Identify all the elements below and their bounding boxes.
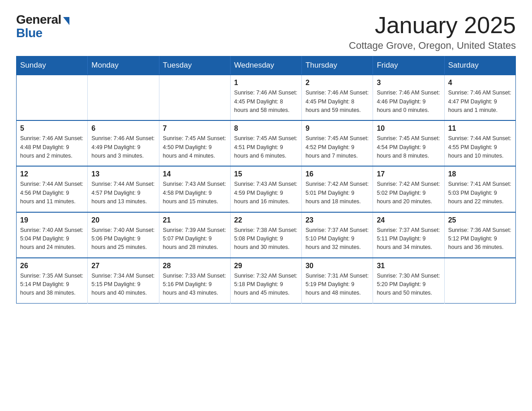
header: General Blue January 2025 Cottage Grove,… xyxy=(0,0,532,56)
calendar-cell xyxy=(17,75,88,120)
day-sun-info: Sunrise: 7:36 AM Sunset: 5:12 PM Dayligh… xyxy=(448,226,512,252)
calendar-cell: 12Sunrise: 7:44 AM Sunset: 4:56 PM Dayli… xyxy=(17,166,88,212)
calendar-cell: 7Sunrise: 7:45 AM Sunset: 4:50 PM Daylig… xyxy=(159,120,230,166)
calendar-cell: 17Sunrise: 7:42 AM Sunset: 5:02 PM Dayli… xyxy=(373,166,444,212)
day-sun-info: Sunrise: 7:46 AM Sunset: 4:47 PM Dayligh… xyxy=(448,89,512,115)
day-of-week-header: Sunday xyxy=(17,56,88,75)
day-number: 16 xyxy=(305,170,369,178)
calendar-cell: 22Sunrise: 7:38 AM Sunset: 5:08 PM Dayli… xyxy=(230,212,301,258)
day-number: 30 xyxy=(305,262,369,270)
calendar-cell: 25Sunrise: 7:36 AM Sunset: 5:12 PM Dayli… xyxy=(444,212,515,258)
day-of-week-header: Tuesday xyxy=(159,56,230,75)
calendar-cell: 18Sunrise: 7:41 AM Sunset: 5:03 PM Dayli… xyxy=(444,166,515,212)
day-sun-info: Sunrise: 7:45 AM Sunset: 4:54 PM Dayligh… xyxy=(377,134,440,160)
day-number: 2 xyxy=(305,79,369,87)
day-sun-info: Sunrise: 7:45 AM Sunset: 4:50 PM Dayligh… xyxy=(163,134,227,160)
day-sun-info: Sunrise: 7:46 AM Sunset: 4:49 PM Dayligh… xyxy=(91,134,155,160)
location-text: Cottage Grove, Oregon, United States xyxy=(349,40,516,51)
calendar-wrapper: SundayMondayTuesdayWednesdayThursdayFrid… xyxy=(0,56,532,314)
day-sun-info: Sunrise: 7:46 AM Sunset: 4:45 PM Dayligh… xyxy=(234,89,298,115)
calendar-cell: 9Sunrise: 7:45 AM Sunset: 4:52 PM Daylig… xyxy=(302,120,373,166)
day-number: 8 xyxy=(234,124,298,133)
day-sun-info: Sunrise: 7:38 AM Sunset: 5:08 PM Dayligh… xyxy=(234,226,298,252)
logo-arrow-icon xyxy=(63,17,69,25)
day-of-week-header: Friday xyxy=(373,56,444,75)
calendar-cell: 15Sunrise: 7:43 AM Sunset: 4:59 PM Dayli… xyxy=(230,166,301,212)
day-number: 7 xyxy=(163,124,227,133)
day-number: 12 xyxy=(20,170,84,178)
day-sun-info: Sunrise: 7:41 AM Sunset: 5:03 PM Dayligh… xyxy=(448,180,512,206)
day-number: 26 xyxy=(20,262,84,270)
day-number: 14 xyxy=(163,170,227,178)
day-number: 9 xyxy=(305,124,369,133)
calendar-cell: 31Sunrise: 7:30 AM Sunset: 5:20 PM Dayli… xyxy=(373,258,444,304)
calendar-cell: 10Sunrise: 7:45 AM Sunset: 4:54 PM Dayli… xyxy=(373,120,444,166)
calendar-week-row: 19Sunrise: 7:40 AM Sunset: 5:04 PM Dayli… xyxy=(17,212,516,258)
calendar-table: SundayMondayTuesdayWednesdayThursdayFrid… xyxy=(16,56,516,304)
calendar-week-row: 12Sunrise: 7:44 AM Sunset: 4:56 PM Dayli… xyxy=(17,166,516,212)
day-sun-info: Sunrise: 7:37 AM Sunset: 5:11 PM Dayligh… xyxy=(377,226,440,252)
day-number: 27 xyxy=(91,262,155,270)
day-number: 25 xyxy=(448,216,512,224)
calendar-cell: 8Sunrise: 7:45 AM Sunset: 4:51 PM Daylig… xyxy=(230,120,301,166)
day-sun-info: Sunrise: 7:45 AM Sunset: 4:51 PM Dayligh… xyxy=(234,134,298,160)
day-sun-info: Sunrise: 7:42 AM Sunset: 5:01 PM Dayligh… xyxy=(305,180,369,206)
title-block: January 2025 Cottage Grove, Oregon, Unit… xyxy=(349,13,516,51)
day-sun-info: Sunrise: 7:44 AM Sunset: 4:57 PM Dayligh… xyxy=(91,180,155,206)
calendar-week-row: 26Sunrise: 7:35 AM Sunset: 5:14 PM Dayli… xyxy=(17,258,516,304)
day-number: 18 xyxy=(448,170,512,178)
day-sun-info: Sunrise: 7:43 AM Sunset: 4:58 PM Dayligh… xyxy=(163,180,227,206)
calendar-week-row: 1Sunrise: 7:46 AM Sunset: 4:45 PM Daylig… xyxy=(17,75,516,120)
day-sun-info: Sunrise: 7:42 AM Sunset: 5:02 PM Dayligh… xyxy=(377,180,440,206)
calendar-cell: 23Sunrise: 7:37 AM Sunset: 5:10 PM Dayli… xyxy=(302,212,373,258)
day-number: 15 xyxy=(234,170,298,178)
day-number: 24 xyxy=(377,216,440,224)
day-number: 11 xyxy=(448,124,512,133)
day-number: 5 xyxy=(20,124,84,133)
calendar-cell: 26Sunrise: 7:35 AM Sunset: 5:14 PM Dayli… xyxy=(17,258,88,304)
calendar-cell: 20Sunrise: 7:40 AM Sunset: 5:06 PM Dayli… xyxy=(88,212,159,258)
calendar-cell xyxy=(159,75,230,120)
logo-general-text: General xyxy=(16,13,61,27)
day-sun-info: Sunrise: 7:40 AM Sunset: 5:06 PM Dayligh… xyxy=(91,226,155,252)
day-sun-info: Sunrise: 7:34 AM Sunset: 5:15 PM Dayligh… xyxy=(91,272,155,298)
day-sun-info: Sunrise: 7:44 AM Sunset: 4:55 PM Dayligh… xyxy=(448,134,512,160)
day-number: 20 xyxy=(91,216,155,224)
day-number: 19 xyxy=(20,216,84,224)
day-number: 31 xyxy=(377,262,440,270)
calendar-cell: 27Sunrise: 7:34 AM Sunset: 5:15 PM Dayli… xyxy=(88,258,159,304)
day-of-week-header: Thursday xyxy=(302,56,373,75)
calendar-cell xyxy=(444,258,515,304)
day-sun-info: Sunrise: 7:40 AM Sunset: 5:04 PM Dayligh… xyxy=(20,226,84,252)
day-sun-info: Sunrise: 7:35 AM Sunset: 5:14 PM Dayligh… xyxy=(20,272,84,298)
calendar-cell: 28Sunrise: 7:33 AM Sunset: 5:16 PM Dayli… xyxy=(159,258,230,304)
day-number: 21 xyxy=(163,216,227,224)
calendar-cell: 21Sunrise: 7:39 AM Sunset: 5:07 PM Dayli… xyxy=(159,212,230,258)
day-sun-info: Sunrise: 7:33 AM Sunset: 5:16 PM Dayligh… xyxy=(163,272,227,298)
calendar-cell: 13Sunrise: 7:44 AM Sunset: 4:57 PM Dayli… xyxy=(88,166,159,212)
day-sun-info: Sunrise: 7:32 AM Sunset: 5:18 PM Dayligh… xyxy=(234,272,298,298)
day-number: 4 xyxy=(448,79,512,87)
calendar-cell: 24Sunrise: 7:37 AM Sunset: 5:11 PM Dayli… xyxy=(373,212,444,258)
day-of-week-header: Monday xyxy=(88,56,159,75)
logo-blue-text: Blue xyxy=(16,26,43,40)
day-number: 13 xyxy=(91,170,155,178)
day-sun-info: Sunrise: 7:44 AM Sunset: 4:56 PM Dayligh… xyxy=(20,180,84,206)
calendar-cell: 14Sunrise: 7:43 AM Sunset: 4:58 PM Dayli… xyxy=(159,166,230,212)
day-number: 3 xyxy=(377,79,440,87)
calendar-cell: 11Sunrise: 7:44 AM Sunset: 4:55 PM Dayli… xyxy=(444,120,515,166)
day-sun-info: Sunrise: 7:37 AM Sunset: 5:10 PM Dayligh… xyxy=(305,226,369,252)
day-sun-info: Sunrise: 7:46 AM Sunset: 4:46 PM Dayligh… xyxy=(377,89,440,115)
day-number: 23 xyxy=(305,216,369,224)
calendar-cell: 3Sunrise: 7:46 AM Sunset: 4:46 PM Daylig… xyxy=(373,75,444,120)
day-sun-info: Sunrise: 7:31 AM Sunset: 5:19 PM Dayligh… xyxy=(305,272,369,298)
calendar-header-row: SundayMondayTuesdayWednesdayThursdayFrid… xyxy=(17,56,516,75)
day-number: 22 xyxy=(234,216,298,224)
day-number: 28 xyxy=(163,262,227,270)
day-sun-info: Sunrise: 7:43 AM Sunset: 4:59 PM Dayligh… xyxy=(234,180,298,206)
calendar-week-row: 5Sunrise: 7:46 AM Sunset: 4:48 PM Daylig… xyxy=(17,120,516,166)
calendar-cell: 30Sunrise: 7:31 AM Sunset: 5:19 PM Dayli… xyxy=(302,258,373,304)
day-number: 1 xyxy=(234,79,298,87)
logo: General Blue xyxy=(16,13,69,40)
day-of-week-header: Saturday xyxy=(444,56,515,75)
